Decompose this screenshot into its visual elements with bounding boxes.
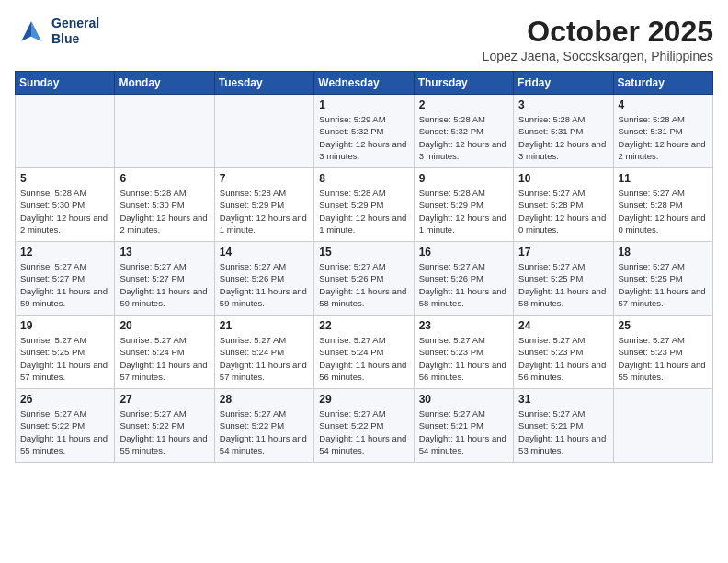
calendar-cell: 30Sunrise: 5:27 AM Sunset: 5:21 PM Dayli…: [414, 389, 513, 463]
calendar-cell: 16Sunrise: 5:27 AM Sunset: 5:26 PM Dayli…: [414, 242, 513, 316]
weekday-row: SundayMondayTuesdayWednesdayThursdayFrid…: [16, 72, 713, 95]
calendar-week-row: 19Sunrise: 5:27 AM Sunset: 5:25 PM Dayli…: [16, 316, 713, 389]
calendar-cell: 13Sunrise: 5:27 AM Sunset: 5:27 PM Dayli…: [115, 242, 214, 316]
day-number: 11: [619, 172, 708, 185]
calendar-cell: 6Sunrise: 5:28 AM Sunset: 5:30 PM Daylig…: [115, 168, 214, 242]
cell-info: Sunrise: 5:27 AM Sunset: 5:23 PM Dayligh…: [518, 334, 608, 383]
cell-info: Sunrise: 5:27 AM Sunset: 5:28 PM Dayligh…: [518, 187, 608, 236]
day-number: 3: [518, 98, 608, 111]
calendar-cell: 12Sunrise: 5:27 AM Sunset: 5:27 PM Dayli…: [16, 242, 115, 316]
calendar-cell: 26Sunrise: 5:27 AM Sunset: 5:22 PM Dayli…: [16, 389, 115, 463]
calendar-cell: 18Sunrise: 5:27 AM Sunset: 5:25 PM Dayli…: [613, 242, 712, 316]
cell-info: Sunrise: 5:27 AM Sunset: 5:22 PM Dayligh…: [119, 408, 209, 456]
calendar-cell: 9Sunrise: 5:28 AM Sunset: 5:29 PM Daylig…: [414, 168, 513, 242]
day-number: 5: [20, 172, 109, 185]
cell-info: Sunrise: 5:27 AM Sunset: 5:24 PM Dayligh…: [119, 334, 209, 383]
day-number: 30: [419, 393, 508, 406]
weekday-header: Thursday: [414, 72, 513, 95]
cell-info: Sunrise: 5:27 AM Sunset: 5:26 PM Dayligh…: [419, 260, 508, 309]
calendar-cell: 21Sunrise: 5:27 AM Sunset: 5:24 PM Dayli…: [214, 316, 313, 389]
cell-info: Sunrise: 5:28 AM Sunset: 5:32 PM Dayligh…: [419, 113, 508, 162]
calendar-cell: 7Sunrise: 5:28 AM Sunset: 5:29 PM Daylig…: [214, 168, 313, 242]
logo-line1: General: [51, 16, 99, 31]
weekday-header: Saturday: [613, 72, 712, 95]
day-number: 28: [220, 393, 309, 406]
calendar-body: 1Sunrise: 5:29 AM Sunset: 5:32 PM Daylig…: [16, 95, 713, 463]
calendar-cell: 28Sunrise: 5:27 AM Sunset: 5:22 PM Dayli…: [214, 389, 313, 463]
calendar-cell: 19Sunrise: 5:27 AM Sunset: 5:25 PM Dayli…: [16, 316, 115, 389]
cell-info: Sunrise: 5:27 AM Sunset: 5:26 PM Dayligh…: [220, 260, 309, 309]
logo-icon: [15, 15, 48, 48]
calendar-cell: 3Sunrise: 5:28 AM Sunset: 5:31 PM Daylig…: [514, 95, 613, 168]
cell-info: Sunrise: 5:27 AM Sunset: 5:23 PM Dayligh…: [419, 334, 508, 383]
cell-info: Sunrise: 5:28 AM Sunset: 5:30 PM Dayligh…: [20, 187, 109, 236]
location-title: Lopez Jaena, Soccsksargen, Philippines: [483, 49, 713, 63]
calendar-cell: 11Sunrise: 5:27 AM Sunset: 5:28 PM Dayli…: [613, 168, 712, 242]
day-number: 1: [319, 98, 408, 111]
day-number: 13: [119, 246, 209, 259]
day-number: 8: [319, 172, 408, 185]
cell-info: Sunrise: 5:28 AM Sunset: 5:31 PM Dayligh…: [619, 113, 708, 162]
page-header: General Blue October 2025 Lopez Jaena, S…: [15, 15, 713, 63]
cell-info: Sunrise: 5:27 AM Sunset: 5:26 PM Dayligh…: [319, 260, 408, 309]
cell-info: Sunrise: 5:27 AM Sunset: 5:22 PM Dayligh…: [220, 408, 309, 456]
cell-info: Sunrise: 5:27 AM Sunset: 5:28 PM Dayligh…: [619, 187, 708, 236]
weekday-header: Monday: [115, 72, 214, 95]
day-number: 2: [419, 98, 508, 111]
calendar-header: SundayMondayTuesdayWednesdayThursdayFrid…: [16, 72, 713, 95]
day-number: 16: [419, 246, 508, 259]
calendar-cell: [214, 95, 313, 168]
cell-info: Sunrise: 5:28 AM Sunset: 5:29 PM Dayligh…: [319, 187, 408, 236]
cell-info: Sunrise: 5:27 AM Sunset: 5:24 PM Dayligh…: [220, 334, 309, 383]
calendar-cell: 23Sunrise: 5:27 AM Sunset: 5:23 PM Dayli…: [414, 316, 513, 389]
day-number: 22: [319, 319, 408, 332]
title-block: October 2025 Lopez Jaena, Soccsksargen, …: [483, 15, 713, 63]
calendar-cell: 31Sunrise: 5:27 AM Sunset: 5:21 PM Dayli…: [514, 389, 613, 463]
cell-info: Sunrise: 5:27 AM Sunset: 5:25 PM Dayligh…: [20, 334, 109, 383]
day-number: 7: [220, 172, 309, 185]
day-number: 14: [220, 246, 309, 259]
calendar-cell: [16, 95, 115, 168]
cell-info: Sunrise: 5:27 AM Sunset: 5:23 PM Dayligh…: [619, 334, 708, 383]
day-number: 9: [419, 172, 508, 185]
calendar-cell: 17Sunrise: 5:27 AM Sunset: 5:25 PM Dayli…: [514, 242, 613, 316]
day-number: 12: [20, 246, 109, 259]
day-number: 18: [619, 246, 708, 259]
cell-info: Sunrise: 5:28 AM Sunset: 5:31 PM Dayligh…: [518, 113, 608, 162]
weekday-header: Tuesday: [214, 72, 313, 95]
calendar-cell: 29Sunrise: 5:27 AM Sunset: 5:22 PM Dayli…: [314, 389, 414, 463]
calendar-cell: 5Sunrise: 5:28 AM Sunset: 5:30 PM Daylig…: [16, 168, 115, 242]
calendar-cell: 25Sunrise: 5:27 AM Sunset: 5:23 PM Dayli…: [613, 316, 712, 389]
day-number: 10: [518, 172, 608, 185]
calendar-cell: 22Sunrise: 5:27 AM Sunset: 5:24 PM Dayli…: [314, 316, 414, 389]
calendar-week-row: 26Sunrise: 5:27 AM Sunset: 5:22 PM Dayli…: [16, 389, 713, 463]
weekday-header: Friday: [514, 72, 613, 95]
cell-info: Sunrise: 5:27 AM Sunset: 5:25 PM Dayligh…: [518, 260, 608, 309]
logo-line2: Blue: [51, 31, 99, 47]
day-number: 17: [518, 246, 608, 259]
cell-info: Sunrise: 5:27 AM Sunset: 5:27 PM Dayligh…: [119, 260, 209, 309]
cell-info: Sunrise: 5:28 AM Sunset: 5:30 PM Dayligh…: [119, 187, 209, 236]
day-number: 4: [619, 98, 708, 111]
calendar-cell: 10Sunrise: 5:27 AM Sunset: 5:28 PM Dayli…: [514, 168, 613, 242]
calendar-cell: 15Sunrise: 5:27 AM Sunset: 5:26 PM Dayli…: [314, 242, 414, 316]
calendar-week-row: 1Sunrise: 5:29 AM Sunset: 5:32 PM Daylig…: [16, 95, 713, 168]
cell-info: Sunrise: 5:27 AM Sunset: 5:22 PM Dayligh…: [319, 408, 408, 456]
calendar-cell: 8Sunrise: 5:28 AM Sunset: 5:29 PM Daylig…: [314, 168, 414, 242]
weekday-header: Wednesday: [314, 72, 414, 95]
day-number: 15: [319, 246, 408, 259]
cell-info: Sunrise: 5:27 AM Sunset: 5:24 PM Dayligh…: [319, 334, 408, 383]
cell-info: Sunrise: 5:29 AM Sunset: 5:32 PM Dayligh…: [319, 113, 408, 162]
day-number: 24: [518, 319, 608, 332]
cell-info: Sunrise: 5:27 AM Sunset: 5:25 PM Dayligh…: [619, 260, 708, 309]
cell-info: Sunrise: 5:27 AM Sunset: 5:27 PM Dayligh…: [20, 260, 109, 309]
day-number: 20: [119, 319, 209, 332]
calendar-cell: 27Sunrise: 5:27 AM Sunset: 5:22 PM Dayli…: [115, 389, 214, 463]
day-number: 19: [20, 319, 109, 332]
cell-info: Sunrise: 5:27 AM Sunset: 5:21 PM Dayligh…: [518, 408, 608, 456]
day-number: 25: [619, 319, 708, 332]
cell-info: Sunrise: 5:27 AM Sunset: 5:22 PM Dayligh…: [20, 408, 109, 456]
calendar-cell: 2Sunrise: 5:28 AM Sunset: 5:32 PM Daylig…: [414, 95, 513, 168]
day-number: 27: [119, 393, 209, 406]
calendar-cell: [613, 389, 712, 463]
